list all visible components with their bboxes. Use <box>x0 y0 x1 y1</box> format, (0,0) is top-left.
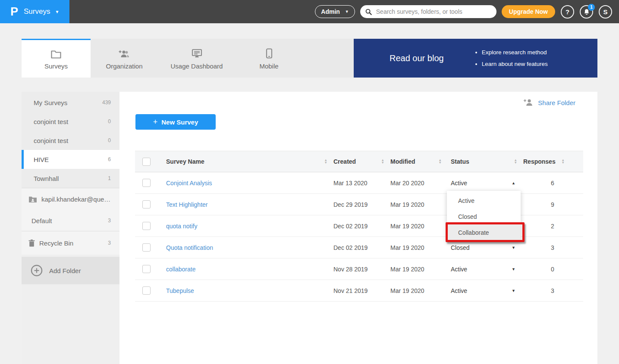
sidebar-item-conjoint-test-2[interactable]: conjoint test 0 <box>22 131 119 150</box>
search-icon <box>365 9 372 15</box>
status-dropdown-control[interactable]: Active ▲ <box>451 180 523 187</box>
chevron-down-icon: ▼ <box>55 9 59 14</box>
banner-bullet-list: Explore research method Learn about new … <box>474 47 548 70</box>
row-checkbox-cell <box>135 286 161 295</box>
caret-up-icon: ▲ <box>512 181 515 185</box>
row-checkbox[interactable] <box>142 243 151 252</box>
survey-name-cell: Quota notification <box>161 244 333 251</box>
row-checkbox-cell <box>135 200 161 208</box>
folders-group: My Surveys 439 conjoint test 0 conjoint … <box>22 92 119 188</box>
blog-banner[interactable]: Read our blog Explore research method Le… <box>354 39 597 78</box>
tab-surveys[interactable]: Surveys <box>22 39 91 78</box>
caret-down-icon: ▼ <box>512 246 515 250</box>
responses-cell: 2 <box>523 223 566 230</box>
survey-name-link[interactable]: quota notify <box>166 223 197 230</box>
tab-mobile[interactable]: Mobile <box>236 39 302 78</box>
notifications-button[interactable]: 1 <box>580 5 593 19</box>
search-input[interactable] <box>375 8 491 16</box>
created-cell: Dec 02 2019 <box>333 223 390 230</box>
survey-name-link[interactable]: collaborate <box>166 266 196 273</box>
sort-icon[interactable]: ▲▼ <box>562 159 565 164</box>
survey-name-link[interactable]: Quota notification <box>166 244 213 251</box>
sidebar-item-default[interactable]: Default 3 <box>22 210 119 231</box>
sidebar-item-conjoint-test-1[interactable]: conjoint test 0 <box>22 112 119 131</box>
sidebar-item-recycle-bin[interactable]: Recycle Bin 3 <box>22 231 119 255</box>
global-search <box>360 5 496 18</box>
add-folder-label: Add Folder <box>49 267 81 274</box>
new-survey-button[interactable]: + New Survey <box>135 114 216 130</box>
sidebar-item-hive[interactable]: HIVE 6 <box>22 150 119 169</box>
sort-icon[interactable]: ▲▼ <box>439 159 442 164</box>
add-folder-button[interactable]: Add Folder <box>22 257 119 284</box>
sidebar-item-count: 439 <box>102 100 111 106</box>
shared-folders-group: kapil.khandekar@que… Default 3 <box>22 188 119 231</box>
sort-icon[interactable]: ▲▼ <box>324 159 327 164</box>
header-modified: Modified ▲▼ <box>390 158 448 165</box>
sidebar-item-shared-account[interactable]: kapil.khandekar@que… <box>22 188 119 210</box>
survey-name-link[interactable]: Text Highlighter <box>166 201 208 208</box>
created-value: Dec 02 2019 <box>333 223 368 230</box>
header-created: Created ▲▼ <box>333 158 390 165</box>
status-dropdown-control[interactable]: Active ▼ <box>451 266 523 273</box>
status-value: Active <box>451 180 467 187</box>
created-cell: Mar 13 2020 <box>333 180 390 187</box>
table-row: collaborate Nov 28 2019 Mar 19 2020 Acti… <box>135 258 583 280</box>
surveys-page: P Surveys ▼ Admin ▼ Upgrade Now ? 1 S <box>0 0 619 364</box>
sort-icon[interactable]: ▲▼ <box>381 159 384 164</box>
status-dropdown-control[interactable]: Closed ▼ <box>451 244 523 251</box>
created-value: Dec 02 2019 <box>333 244 368 251</box>
admin-menu[interactable]: Admin ▼ <box>315 5 355 18</box>
column-label: Responses <box>523 158 556 165</box>
trash-icon <box>28 240 35 247</box>
status-dropdown-control[interactable]: Active ▼ <box>451 287 523 294</box>
row-checkbox[interactable] <box>142 265 151 273</box>
select-all-checkbox[interactable] <box>142 158 151 166</box>
responses-value: 2 <box>523 223 554 230</box>
row-checkbox[interactable] <box>142 179 151 187</box>
dropdown-option-closed[interactable]: Closed <box>447 208 521 224</box>
upgrade-now-button[interactable]: Upgrade Now <box>502 5 555 18</box>
status-cell: Active ▼ <box>448 266 523 273</box>
column-label: Modified <box>390 158 415 165</box>
survey-name-link[interactable]: Tubepulse <box>166 287 194 294</box>
dropdown-option-active[interactable]: Active <box>447 193 521 208</box>
sidebar-item-my-surveys[interactable]: My Surveys 439 <box>22 93 119 112</box>
product-menu[interactable]: P Surveys ▼ <box>0 0 69 23</box>
modified-cell: Mar 19 2020 <box>390 244 448 251</box>
survey-name-cell: collaborate <box>161 266 333 273</box>
responses-value: 6 <box>523 180 554 187</box>
created-value: Mar 13 2020 <box>333 180 368 187</box>
row-checkbox[interactable] <box>142 222 151 230</box>
sidebar-item-townhall[interactable]: Townhall 1 <box>22 169 119 188</box>
folders-sidebar: My Surveys 439 conjoint test 0 conjoint … <box>22 92 119 364</box>
tab-usage-dashboard[interactable]: Usage Dashboard <box>158 39 236 78</box>
table-header-row: Survey Name ▲▼ Created ▲▼ Modified ▲▼ St… <box>135 151 583 172</box>
survey-name-link[interactable]: Conjoint Analysis <box>166 180 212 187</box>
share-folder-button[interactable]: Share Folder <box>523 99 575 106</box>
chevron-down-icon: ▼ <box>345 9 349 14</box>
modified-value: Mar 19 2020 <box>390 223 424 230</box>
header-checkbox-cell <box>135 158 161 166</box>
modified-cell: Mar 19 2020 <box>390 223 448 230</box>
modified-cell: Mar 19 2020 <box>390 287 448 294</box>
column-label: Survey Name <box>166 158 204 165</box>
responses-value: 0 <box>523 266 554 273</box>
tab-organization[interactable]: Organization <box>91 39 158 78</box>
help-button[interactable]: ? <box>561 5 574 19</box>
survey-name-cell: quota notify <box>161 223 333 230</box>
tab-label: Usage Dashboard <box>171 62 223 70</box>
banner-bullet: Learn about new features <box>482 58 548 70</box>
sidebar-item-label: kapil.khandekar@que… <box>41 196 110 203</box>
modified-cell: Mar 20 2020 <box>390 180 448 187</box>
row-checkbox[interactable] <box>142 286 151 295</box>
account-avatar[interactable]: S <box>599 5 612 19</box>
dropdown-option-collaborate[interactable]: Collaborate <box>447 224 521 240</box>
sidebar-item-label: conjoint test <box>34 137 68 144</box>
recycle-bin-group: Recycle Bin 3 <box>22 231 119 255</box>
modified-cell: Mar 19 2020 <box>390 201 448 208</box>
row-checkbox[interactable] <box>142 200 151 208</box>
modified-value: Mar 20 2020 <box>390 180 424 187</box>
status-dropdown-menu: Active Closed Collaborate <box>447 191 521 242</box>
sort-icon[interactable]: ▲▼ <box>514 159 517 164</box>
plus-icon: + <box>153 118 158 127</box>
